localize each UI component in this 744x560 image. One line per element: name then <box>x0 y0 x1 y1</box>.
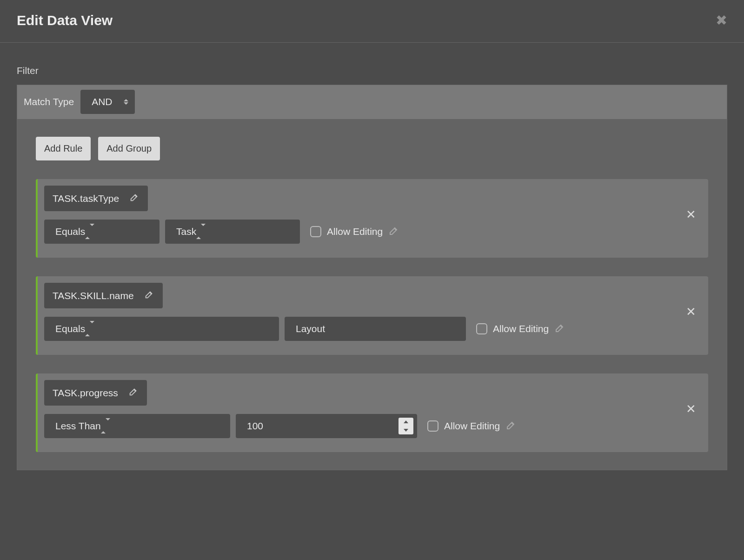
rule-field-chip: TASK.taskType <box>44 186 148 211</box>
spinner-down-icon[interactable] <box>399 426 413 434</box>
spinner-up-icon[interactable] <box>399 418 413 426</box>
rule-controls: Less Than <box>44 414 681 438</box>
rule-field-chip: TASK.progress <box>44 380 147 406</box>
chevron-updown-icon <box>124 99 128 105</box>
rule-controls: Equals Task Allow Editing <box>44 220 681 244</box>
operator-value: Less Than <box>55 420 101 431</box>
operator-select[interactable]: Equals <box>44 317 279 341</box>
pencil-icon[interactable] <box>144 289 154 302</box>
operator-select[interactable]: Equals <box>44 220 159 244</box>
rule-field-name: TASK.progress <box>53 387 118 399</box>
allow-editing-checkbox[interactable] <box>476 323 487 334</box>
rules-area: Add Rule Add Group TASK.taskType Equals <box>17 119 727 470</box>
value-input[interactable] <box>236 414 399 438</box>
operator-value: Equals <box>55 226 85 237</box>
filter-rule: TASK.taskType Equals Ta <box>36 179 708 258</box>
add-group-button[interactable]: Add Group <box>98 137 160 160</box>
pencil-icon[interactable] <box>128 387 139 399</box>
allow-editing-label: Allow Editing <box>493 323 549 334</box>
rule-buttons-row: Add Rule Add Group <box>36 137 708 160</box>
allow-editing-label: Allow Editing <box>327 226 383 237</box>
rule-remove: ✕ <box>681 283 701 341</box>
pencil-icon[interactable] <box>554 322 565 336</box>
rule-remove: ✕ <box>681 380 701 438</box>
pencil-icon[interactable] <box>388 225 399 239</box>
rule-field-name: TASK.SKILL.name <box>53 290 134 301</box>
pencil-icon[interactable] <box>505 420 517 433</box>
rule-controls: Equals Allow Editing <box>44 317 681 341</box>
close-icon[interactable]: ✕ <box>686 305 696 319</box>
filter-rule: TASK.SKILL.name Equals <box>36 276 708 355</box>
pencil-icon[interactable] <box>129 192 140 205</box>
chevron-updown-icon <box>85 321 94 336</box>
close-icon[interactable]: ✕ <box>686 402 696 416</box>
allow-editing-label: Allow Editing <box>444 420 500 432</box>
operator-value: Equals <box>55 323 85 334</box>
match-type-select[interactable]: AND <box>80 90 134 114</box>
value-number-input[interactable] <box>236 414 417 438</box>
filter-panel: Match Type AND Add Rule Add Group TASK.t… <box>17 85 727 470</box>
dialog-header: Edit Data View ✖ <box>0 0 744 43</box>
add-rule-button[interactable]: Add Rule <box>36 137 91 160</box>
dialog-body: Filter Match Type AND Add Rule Add Group… <box>0 43 744 470</box>
allow-editing-checkbox[interactable] <box>310 226 321 237</box>
filter-section-label: Filter <box>17 65 727 76</box>
rule-field-name: TASK.taskType <box>53 193 119 204</box>
dialog-title: Edit Data View <box>17 13 113 28</box>
close-icon[interactable]: ✖ <box>716 12 727 28</box>
allow-editing-checkbox[interactable] <box>427 420 438 432</box>
match-type-row: Match Type AND <box>17 85 727 119</box>
chevron-updown-icon <box>196 224 206 239</box>
filter-rule: TASK.progress Less Than <box>36 373 708 452</box>
operator-select[interactable]: Less Than <box>44 414 230 438</box>
rule-field-chip: TASK.SKILL.name <box>44 283 163 308</box>
number-spinner <box>399 418 413 434</box>
chevron-updown-icon <box>101 418 110 433</box>
rule-value: Task <box>176 226 196 237</box>
match-type-value: AND <box>92 96 112 107</box>
chevron-updown-icon <box>85 224 94 239</box>
rule-remove: ✕ <box>681 186 701 244</box>
match-type-label: Match Type <box>24 96 74 107</box>
value-select[interactable]: Task <box>165 220 300 244</box>
value-input[interactable] <box>285 317 466 341</box>
close-icon[interactable]: ✕ <box>686 207 696 222</box>
